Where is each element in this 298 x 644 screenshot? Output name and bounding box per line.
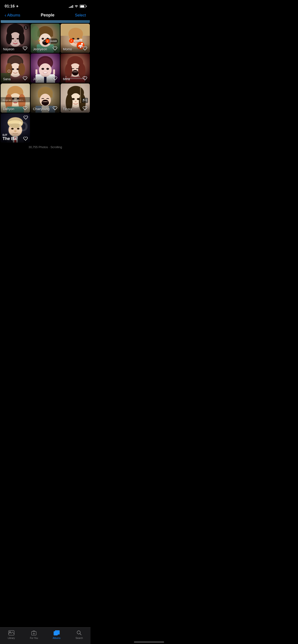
heart-icon-tzuyu[interactable] <box>82 106 88 111</box>
heart-icon-jihyo[interactable] <box>53 76 58 81</box>
svg-point-88 <box>75 101 76 102</box>
card-overlay-nayeon: Nayeon <box>1 44 30 53</box>
heart-icon-jeonyeon[interactable] <box>53 46 58 51</box>
person-name-chaeyoung: Chaeyoung <box>33 107 50 111</box>
signal-bars <box>69 5 73 8</box>
svg-rect-89 <box>80 84 81 103</box>
reddit-circle-momo: r <box>69 38 74 43</box>
person-name-sana: Sana <box>3 77 11 81</box>
svg-point-50 <box>47 68 49 70</box>
svg-rect-52 <box>53 69 55 74</box>
djt-label-area: DJT The Ba <box>1 132 30 142</box>
location-icon: ✈ <box>16 5 19 8</box>
person-name-jihyo: Jihyo <box>33 77 41 81</box>
reddit-label-momo: reddit <box>74 39 81 42</box>
photo-count-bar: 30,755 Photos · Scrolling <box>0 142 91 152</box>
page-title: People <box>41 13 55 18</box>
svg-point-20 <box>31 26 40 41</box>
select-button[interactable]: Select <box>75 13 86 18</box>
reddit-badge-jeonyeon: r reddit <box>44 38 58 44</box>
person-card-djt[interactable]: D DJT The Ba <box>1 113 30 142</box>
person-name-mina: Mina <box>63 77 70 81</box>
svg-point-39 <box>12 68 14 70</box>
person-card-sana[interactable]: Sana <box>1 54 30 83</box>
heart-icon-mina[interactable] <box>82 76 88 81</box>
reddit-logo-jeonyeon: r <box>46 39 50 43</box>
partial-top-card <box>1 20 90 23</box>
person-card-nayeon[interactable]: 1 Nayeon <box>1 24 30 53</box>
svg-point-91 <box>83 99 84 100</box>
card-overlay-jihyo: Jihyo <box>31 74 60 83</box>
card-overlay-dahyon: Dahyon <box>1 104 30 113</box>
svg-point-95 <box>11 128 14 129</box>
heart-icon-momo[interactable] <box>82 46 88 51</box>
card-overlay-chaeyoung: Chaeyoung <box>31 104 60 113</box>
back-button[interactable]: ‹ Albums <box>5 12 20 18</box>
nav-header: ‹ Albums People Select <box>0 11 91 20</box>
wifi-icon <box>75 4 78 8</box>
person-card-dahyon[interactable]: things twi... say that s... Dahyon <box>1 84 30 113</box>
image-caption-dahyon: things twi... say that s... <box>1 97 30 102</box>
card-overlay-jeonyeon: Jeonyeon <box>31 44 60 53</box>
person-name-dahyon: Dahyon <box>3 107 14 111</box>
card-overlay-sana: Sana <box>1 74 30 83</box>
heart-icon-sana[interactable] <box>23 76 28 81</box>
person-card-chaeyoung[interactable]: Chaeyoung <box>31 84 60 113</box>
person-card-jeonyeon[interactable]: r reddit Jeonyeon <box>31 24 60 53</box>
svg-point-87 <box>77 98 80 100</box>
djt-name: DJT <box>3 134 17 136</box>
djt-row: D DJT The Ba <box>0 113 91 142</box>
heart-icon-dahyon[interactable] <box>23 106 28 111</box>
svg-point-97 <box>14 130 17 132</box>
svg-rect-51 <box>36 69 37 74</box>
reddit-text-jeonyeon: reddit <box>50 40 57 42</box>
person-name-tzuyu: Tzuyu <box>63 107 72 111</box>
svg-point-19 <box>39 40 40 41</box>
person-name-nayeon: Nayeon <box>3 47 14 51</box>
person-card-momo[interactable]: r reddit Momo <box>61 24 90 53</box>
photo-count-badge-nayeon: 1 <box>24 26 28 30</box>
djt-label: The Ba <box>3 136 17 141</box>
heart-icon-nayeon[interactable] <box>23 46 28 51</box>
svg-point-17 <box>42 38 44 40</box>
thumbnail-icon-tzuyu <box>82 98 88 103</box>
person-card-jihyo[interactable]: Jihyo <box>31 54 60 83</box>
card-overlay-momo: Momo <box>61 44 90 53</box>
svg-point-49 <box>42 68 44 70</box>
card-overlay-tzuyu: Tzuyu <box>61 104 90 113</box>
person-card-mina[interactable]: Mina <box>61 54 90 83</box>
person-name-jeonyeon: Jeonyeon <box>33 47 47 51</box>
person-name-momo: Momo <box>63 47 72 51</box>
status-bar: 01:16 ✈ <box>0 0 91 11</box>
battery-icon <box>80 5 86 8</box>
svg-rect-25 <box>69 34 82 39</box>
status-time: 01:16 ✈ <box>5 4 19 8</box>
people-grid-container: 1 Nayeon <box>0 24 91 175</box>
svg-point-40 <box>17 68 19 70</box>
status-icons <box>69 4 86 8</box>
card-overlay-mina: Mina <box>61 74 90 83</box>
svg-point-86 <box>72 98 75 100</box>
people-grid: 1 Nayeon <box>0 24 91 113</box>
heart-icon-djt[interactable] <box>23 136 28 141</box>
heart-icon-chaeyoung[interactable] <box>53 106 58 111</box>
person-card-tzuyu[interactable]: Tzuyu <box>61 84 90 113</box>
back-chevron-icon: ‹ <box>5 12 6 18</box>
